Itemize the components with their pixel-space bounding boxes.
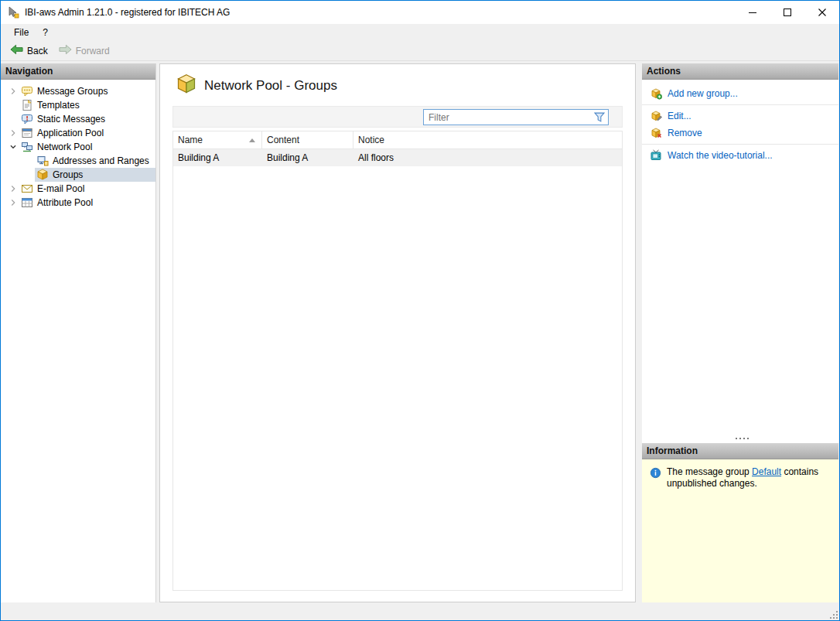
column-header-notice[interactable]: Notice — [353, 131, 622, 148]
sidebar-item-label: Groups — [53, 169, 83, 180]
page-title: Network Pool - Groups — [204, 78, 337, 94]
forward-button[interactable]: Forward — [53, 43, 115, 59]
app-icon — [7, 6, 19, 19]
splitter-dots-icon — [739, 438, 741, 439]
addresses-icon — [36, 155, 49, 167]
filter-input[interactable] — [423, 109, 609, 125]
back-button[interactable]: Back — [5, 43, 53, 59]
navigation-header: Navigation — [1, 63, 155, 80]
action-label: Watch the video-tutorial... — [668, 150, 773, 161]
chevron-down-icon[interactable] — [7, 141, 19, 153]
expander-placeholder — [7, 99, 19, 111]
back-button-label: Back — [27, 46, 48, 56]
filter-toolbar — [172, 106, 623, 128]
expander-placeholder — [22, 169, 35, 181]
filter-funnel-icon[interactable] — [594, 112, 605, 122]
expander-placeholder — [22, 155, 35, 167]
action-label: Remove — [668, 128, 702, 138]
window-controls — [735, 1, 839, 24]
sidebar-item-templates[interactable]: Templates — [1, 98, 155, 112]
sidebar-item-email-pool[interactable]: E-mail Pool — [1, 182, 155, 196]
separator — [642, 144, 838, 145]
message-groups-icon — [21, 85, 33, 97]
forward-button-label: Forward — [76, 46, 110, 56]
workspace: Navigation Message — [1, 61, 839, 610]
column-header-label: Name — [178, 135, 203, 145]
edit-group-icon — [650, 110, 662, 122]
sidebar-item-label: Application Pool — [37, 128, 104, 138]
group-box-icon — [36, 169, 49, 181]
chevron-right-icon[interactable] — [7, 183, 19, 195]
remove-group-link[interactable]: Remove — [642, 125, 838, 142]
app-window: IBI-aws Admin 1.21.0 - registered for IB… — [0, 0, 840, 621]
video-tutorial-link[interactable]: Watch the video-tutorial... — [642, 147, 838, 164]
tool-bar: Back Forward — [1, 41, 839, 61]
menu-file[interactable]: File — [7, 26, 36, 39]
resize-grip[interactable] — [829, 610, 838, 619]
sidebar-item-message-groups[interactable]: Message Groups — [1, 84, 155, 98]
window-title: IBI-aws Admin 1.21.0 - registered for IB… — [25, 7, 230, 18]
content-title-area: Network Pool - Groups — [160, 64, 635, 106]
cell-notice: All floors — [353, 149, 622, 166]
forward-arrow-icon — [59, 44, 72, 57]
expander-placeholder — [7, 113, 19, 125]
sidebar-item-static-messages[interactable]: Static Messages — [1, 112, 155, 126]
sidebar-item-label: Message Groups — [37, 86, 108, 97]
sidebar-item-groups[interactable]: Groups — [1, 168, 155, 182]
information-header: Information — [642, 443, 838, 459]
sidebar-item-label: Addresses and Ranges — [53, 155, 149, 166]
content-panel: Network Pool - Groups Name — [159, 63, 636, 602]
sidebar-item-label: E-mail Pool — [37, 183, 84, 194]
chevron-right-icon[interactable] — [7, 85, 19, 97]
network-pool-icon — [21, 141, 33, 153]
column-header-label: Notice — [358, 135, 384, 145]
default-group-link[interactable]: Default — [752, 466, 781, 477]
video-tutorial-icon — [650, 149, 662, 162]
column-header-name[interactable]: Name — [173, 131, 262, 148]
sidebar-item-label: Attribute Pool — [37, 197, 93, 208]
maximize-button[interactable] — [770, 1, 804, 24]
add-new-group-link[interactable]: Add new group... — [642, 85, 838, 102]
information-message: The message group Default contains unpub… — [667, 466, 828, 490]
actions-list: Add new group... Edit... — [642, 80, 838, 164]
chevron-right-icon[interactable] — [7, 127, 19, 139]
info-text-before: The message group — [667, 466, 752, 477]
column-header-label: Content — [267, 135, 299, 145]
information-panel: The message group Default contains unpub… — [642, 459, 838, 602]
actions-panel: Actions Add new group... — [642, 63, 838, 602]
action-label: Add new group... — [668, 88, 738, 99]
column-header-content[interactable]: Content — [262, 131, 353, 148]
action-label: Edit... — [668, 111, 691, 121]
close-button[interactable] — [804, 1, 839, 24]
actions-header: Actions — [642, 63, 838, 80]
cell-content: Building A — [262, 149, 353, 166]
chevron-right-icon[interactable] — [7, 196, 19, 209]
sidebar-item-attribute-pool[interactable]: Attribute Pool — [1, 196, 155, 210]
sidebar-item-network-pool[interactable]: Network Pool — [1, 140, 155, 154]
sidebar-item-addresses-and-ranges[interactable]: Addresses and Ranges — [1, 154, 155, 168]
table-row[interactable]: Building A Building A All floors — [173, 149, 622, 166]
remove-group-icon — [650, 127, 662, 139]
table-header-row: Name Content Notice — [173, 131, 622, 149]
title-bar: IBI-aws Admin 1.21.0 - registered for IB… — [1, 1, 839, 24]
navigation-tree: Message Groups Templates — [1, 80, 155, 210]
filter-field-wrap — [423, 109, 609, 125]
navigation-panel: Navigation Message — [1, 63, 156, 602]
group-box-icon — [175, 73, 198, 95]
minimize-button[interactable] — [735, 1, 770, 24]
menu-bar: File ? — [1, 24, 839, 41]
edit-group-link[interactable]: Edit... — [642, 107, 838, 125]
menu-help[interactable]: ? — [36, 26, 55, 39]
templates-icon — [21, 99, 33, 111]
static-messages-icon — [21, 113, 33, 125]
groups-table: Name Content Notice Building A Building … — [172, 131, 623, 591]
sidebar-item-label: Network Pool — [37, 142, 92, 152]
status-bar — [1, 610, 839, 620]
attribute-pool-icon — [21, 196, 33, 209]
sidebar-item-application-pool[interactable]: Application Pool — [1, 126, 155, 140]
add-group-icon — [650, 87, 662, 100]
sidebar-item-label: Static Messages — [37, 114, 105, 125]
back-arrow-icon — [10, 44, 23, 57]
panel-splitter-handle[interactable] — [642, 435, 838, 442]
email-pool-icon — [21, 183, 33, 195]
